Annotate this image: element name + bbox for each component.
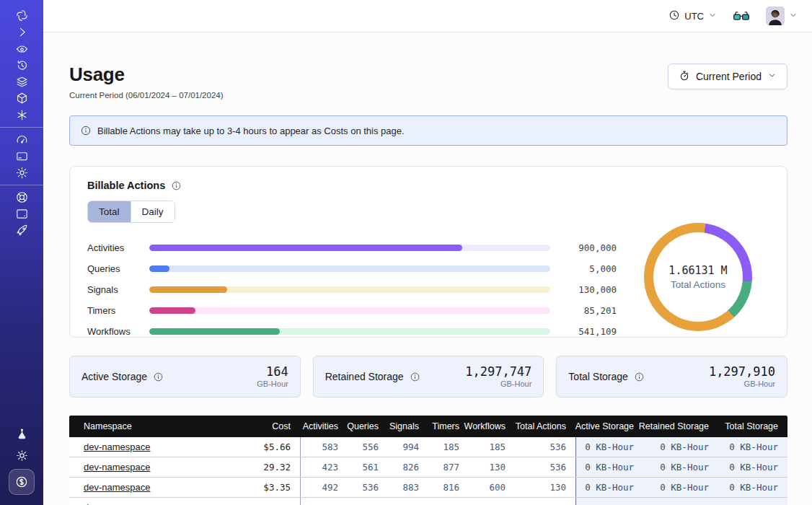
sun-icon[interactable] — [0, 447, 43, 464]
storage-cards: Active Storage 164 GB-Hour Retained Stor… — [69, 356, 787, 398]
queries-cell: 556 — [348, 437, 388, 457]
col-header-total-storage: Total Storage — [718, 416, 787, 437]
temporal-logo-icon[interactable] — [0, 7, 43, 24]
namespace-usage-table: Namespace Cost Activities Queries Signal… — [69, 416, 787, 505]
col-header-total-actions: Total Actions — [515, 416, 575, 437]
col-header-queries: Queries — [348, 416, 388, 437]
activities-cell: 423 — [300, 457, 348, 477]
bar-fill — [149, 245, 462, 251]
asterisk-icon[interactable] — [0, 107, 43, 123]
total-storage-value: 1,297,910 — [709, 365, 775, 379]
expand-chevron-icon[interactable] — [0, 24, 43, 40]
total-storage-cell: 0 KB-Hour — [718, 437, 787, 457]
sidebar-divider — [0, 127, 43, 128]
period-selector-label: Current Period — [696, 71, 762, 82]
col-header-active-storage: Active Storage — [575, 416, 643, 437]
info-icon[interactable] — [153, 372, 164, 382]
info-icon[interactable] — [410, 372, 420, 382]
timers-cell: 877 — [428, 457, 469, 477]
bar-row-signals: Signals 130,000 — [87, 279, 617, 300]
total-actions-cell: 536 — [515, 437, 575, 457]
table-row: dev-namespace $5.66 583 556 994 185 185 … — [69, 437, 787, 457]
namespace-link[interactable]: dev-namespace — [84, 442, 151, 452]
total-actions-cell — [515, 498, 575, 505]
timezone-label: UTC — [684, 11, 704, 22]
bar-row-activities: Activities 900,000 — [87, 237, 617, 258]
gear-icon[interactable] — [0, 164, 43, 181]
table-row: dev-namespace 29.32 423 561 826 877 130 … — [69, 457, 787, 478]
active-storage-cell: 0 KB-Hour — [575, 478, 643, 497]
bar-label: Signals — [87, 284, 149, 295]
stopwatch-icon — [679, 70, 690, 84]
flask-icon[interactable] — [0, 426, 43, 442]
usage-billing-button[interactable] — [9, 469, 35, 495]
namespace-link[interactable]: dev-namespace — [84, 482, 151, 493]
info-icon[interactable] — [634, 372, 645, 382]
active-storage-unit: GB-Hour — [257, 379, 288, 388]
history-clock-icon[interactable] — [0, 57, 43, 74]
total-actions-cell: 536 — [515, 457, 575, 477]
workflows-cell — [469, 498, 515, 505]
gauge-icon[interactable] — [0, 131, 43, 148]
bar-row-queries: Queries 5,000 — [87, 258, 617, 279]
bar-fill — [149, 286, 227, 293]
signals-cell: 826 — [388, 457, 428, 477]
donut-total-label: Total Actions — [668, 279, 727, 290]
bar-fill — [149, 307, 195, 314]
bar-value: 5,000 — [550, 263, 617, 274]
bar-value: 900,000 — [550, 242, 617, 253]
workflows-cell: 600 — [469, 478, 515, 497]
workflows-cell: 185 — [469, 437, 515, 457]
bar-fill — [149, 265, 169, 272]
active-storage-cell: 0 KB-Hour — [575, 437, 643, 457]
rocket-icon[interactable] — [0, 222, 43, 239]
col-header-workflows: Workflows — [469, 416, 515, 437]
namespace-link[interactable]: dev-namespace — [84, 502, 151, 505]
table-row: dev-namespace — [69, 498, 787, 505]
info-icon — [80, 125, 92, 136]
col-header-cost: Cost — [238, 416, 300, 437]
bar-track — [149, 307, 550, 314]
timers-cell — [428, 498, 469, 505]
cube-icon[interactable] — [0, 90, 43, 107]
activities-cell: 492 — [300, 478, 348, 497]
retained-storage-cell — [643, 498, 718, 505]
retained-storage-cell: 0 KB-Hour — [643, 478, 718, 497]
glasses-icon[interactable] — [733, 10, 750, 22]
bar-label: Timers — [87, 305, 149, 316]
user-menu[interactable] — [766, 6, 798, 25]
bar-track — [149, 286, 550, 293]
chevron-down-icon — [708, 11, 717, 22]
activities-cell — [300, 498, 348, 505]
namespace-link[interactable]: dev-namespace — [84, 462, 151, 473]
eye-icon[interactable] — [0, 40, 43, 57]
queries-cell: 561 — [348, 457, 388, 477]
activities-cell: 583 — [300, 437, 348, 457]
bar-value: 130,000 — [550, 284, 617, 295]
terminal-icon[interactable] — [0, 206, 43, 222]
cost-cell: 29.32 — [238, 457, 300, 477]
period-selector-button[interactable]: Current Period — [668, 63, 787, 89]
sidebar — [0, 0, 43, 505]
active-storage-card: Active Storage 164 GB-Hour — [69, 356, 301, 398]
lifebuoy-icon[interactable] — [0, 189, 43, 206]
col-header-namespace: Namespace — [69, 416, 238, 437]
tab-daily[interactable]: Daily — [131, 201, 175, 222]
workflows-cell: 130 — [469, 457, 515, 477]
active-storage-cell — [575, 498, 643, 505]
total-storage-label: Total Storage — [568, 371, 628, 382]
chevron-down-icon — [767, 71, 777, 82]
billable-bar-chart: Activities 900,000 Queries 5,000 Signals… — [87, 237, 617, 342]
total-storage-unit: GB-Hour — [709, 379, 775, 388]
tab-total[interactable]: Total — [88, 201, 131, 222]
layers-icon[interactable] — [0, 74, 43, 90]
bar-fill — [149, 328, 280, 335]
total-actions-cell: 130 — [515, 478, 575, 497]
billable-actions-title: Billable Actions — [87, 180, 165, 191]
timezone-selector[interactable]: UTC — [668, 9, 717, 23]
col-header-signals: Signals — [388, 416, 428, 437]
info-icon[interactable] — [171, 180, 182, 191]
page-title: Usage — [69, 63, 224, 86]
timers-cell: 185 — [428, 437, 469, 457]
credit-card-icon[interactable] — [0, 148, 43, 164]
